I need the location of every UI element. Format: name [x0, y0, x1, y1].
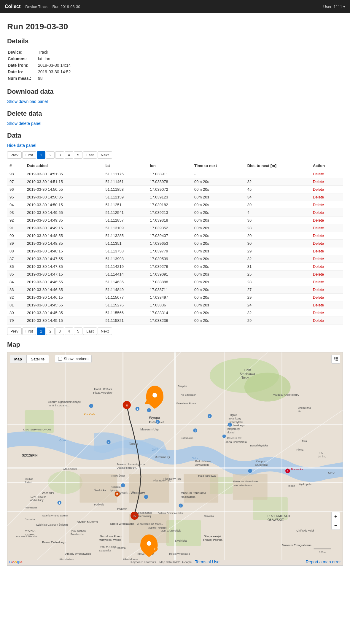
delete-button[interactable]: Delete [313, 318, 324, 323]
svg-text:!: ! [149, 400, 149, 403]
svg-text:i: i [157, 421, 158, 424]
delete-button[interactable]: Delete [313, 303, 324, 307]
delete-button[interactable]: Delete [313, 287, 324, 292]
last-btn-bottom[interactable]: Last [83, 327, 97, 335]
svg-text:Oławska: Oławska [204, 515, 214, 518]
show-download-link[interactable]: Show download panel [7, 99, 48, 104]
delete-button[interactable]: Delete [313, 226, 324, 230]
nav-device-track[interactable]: Device Track [25, 4, 47, 9]
page-1-btn-bottom[interactable]: 1 [37, 327, 45, 335]
nav-user[interactable]: User: 1111 ▾ [323, 4, 345, 9]
delete-button[interactable]: Delete [313, 210, 324, 215]
cell-time: 00m 20s [192, 255, 245, 263]
columns-label: Columns: [8, 56, 37, 62]
delete-button[interactable]: Delete [313, 233, 324, 238]
zoom-out-button[interactable]: − [331, 521, 340, 530]
page-2-btn-top[interactable]: 2 [46, 151, 55, 159]
svg-text:we Wrocławiu: we Wrocławiu [234, 484, 252, 487]
page-2-btn-bottom[interactable]: 2 [46, 327, 55, 335]
date-to-label: Date to: [8, 69, 37, 75]
cell-dist: 32 [245, 255, 311, 263]
cell-dist: 36 [245, 217, 311, 224]
prev-btn-bottom[interactable]: Prev [7, 327, 22, 335]
map-svg: S E SZCZEPIN Zachodni Rynek - Wrocław Ta… [7, 352, 343, 560]
col-dist: Dist. to next [m] [245, 162, 311, 170]
cell-action: Delete [311, 224, 343, 232]
page-5-btn-top[interactable]: 5 [74, 151, 82, 159]
page-1-btn-top[interactable]: 1 [37, 151, 45, 159]
svg-text:Oleśnicka: Oleśnicka [25, 518, 35, 521]
delete-button[interactable]: Delete [313, 264, 324, 269]
cell-time: 00m 20s [192, 217, 245, 224]
delete-button[interactable]: Delete [313, 187, 324, 192]
keyboard-shortcuts[interactable]: Keyboard shortcuts [131, 561, 156, 564]
svg-text:Biedronka: Biedronka [291, 468, 303, 471]
delete-button[interactable]: Delete [313, 295, 324, 300]
cell-lat: 51.112159 [103, 193, 147, 201]
page-5-btn-bottom[interactable]: 5 [74, 327, 82, 335]
delete-button[interactable]: Delete [313, 249, 324, 253]
svg-text:Muzeum Użji: Muzeum Użji [155, 456, 170, 459]
delete-button[interactable]: Delete [313, 280, 324, 284]
svg-text:Muzeum Etnograficzne: Muzeum Etnograficzne [282, 543, 311, 547]
svg-text:Hydropolis: Hydropolis [299, 483, 312, 486]
svg-text:Racławicka: Racławicka [181, 495, 195, 498]
next-btn-top[interactable]: Next [98, 151, 112, 159]
zoom-in-button[interactable]: + [331, 512, 340, 521]
delete-button[interactable]: Delete [313, 179, 324, 184]
report-map-error[interactable]: Report a map error [306, 559, 341, 564]
cell-lon: 17.039779 [147, 247, 192, 255]
delete-button[interactable]: Delete [313, 172, 324, 176]
map-tab-map[interactable]: Map [10, 355, 26, 363]
delete-button[interactable]: Delete [313, 257, 324, 261]
cell-action: Delete [311, 232, 343, 240]
col-date: Date added [25, 162, 103, 170]
cell-date: 2019-03-30 14:49:55 [25, 209, 103, 217]
cell-lat: 51.111858 [103, 186, 147, 193]
show-markers-control[interactable]: Show markers [55, 355, 92, 363]
page-4-btn-bottom[interactable]: 4 [65, 327, 73, 335]
svg-text:Mila: Mila [302, 440, 307, 443]
delete-button[interactable]: Delete [313, 218, 324, 222]
page-4-btn-top[interactable]: 4 [65, 151, 73, 159]
delete-button[interactable]: Delete [313, 272, 324, 276]
delete-button[interactable]: Delete [313, 311, 324, 315]
svg-text:i: i [91, 405, 91, 408]
svg-text:Muzeum Sztuki: Muzeum Sztuki [135, 511, 152, 514]
delete-button[interactable]: Delete [313, 195, 324, 199]
prev-btn-top[interactable]: Prev [7, 151, 22, 159]
cell-lon: 17.039407 [147, 232, 192, 240]
svg-text:Tołpy: Tołpy [241, 376, 249, 379]
hide-data-link[interactable]: Hide data panel [7, 143, 36, 148]
cell-time: 00m 20s [192, 263, 245, 271]
first-btn-bottom[interactable]: First [22, 327, 36, 335]
next-btn-bottom[interactable]: Next [98, 327, 112, 335]
page-3-btn-bottom[interactable]: 3 [55, 327, 64, 335]
terms-link[interactable]: Terms of Use [195, 559, 219, 564]
cell-num: 98 [7, 170, 25, 178]
num-meas-value: 98 [38, 75, 71, 81]
delete-button[interactable]: Delete [313, 241, 324, 246]
cell-lon: 17.038314 [147, 309, 192, 317]
map-tab-satellite[interactable]: Satellite [26, 355, 49, 363]
page-3-btn-top[interactable]: 3 [55, 151, 64, 159]
table-row: 882019-03-30 14:48:1551.11375817.0397790… [7, 247, 343, 255]
table-row: 912019-03-30 14:49:1551.11310917.0393520… [7, 224, 343, 232]
delete-button[interactable]: Delete [313, 203, 324, 207]
nav-brand[interactable]: Collect [5, 4, 20, 9]
first-btn-top[interactable]: First [22, 151, 36, 159]
last-btn-top[interactable]: Last [83, 151, 97, 159]
cell-num: 94 [7, 201, 25, 209]
svg-text:Podwale: Podwale [94, 503, 104, 506]
cell-date: 2019-03-30 14:45:55 [25, 301, 103, 309]
cell-action: Delete [311, 286, 343, 294]
svg-text:Kotlarska: Kotlarska [111, 486, 121, 488]
svg-text:Katedra św.: Katedra św. [227, 436, 242, 440]
svg-text:Odo-: Odo- [192, 457, 198, 460]
svg-text:Pz.: Pz. [298, 410, 302, 413]
map-container[interactable]: S E SZCZEPIN Zachodni Rynek - Wrocław Ta… [7, 352, 343, 566]
nav-run[interactable]: Run 2019-03-30 [52, 4, 80, 9]
fullscreen-button[interactable] [331, 355, 340, 364]
show-delete-link[interactable]: Show delete panel [7, 121, 41, 126]
show-markers-checkbox[interactable] [58, 357, 62, 361]
